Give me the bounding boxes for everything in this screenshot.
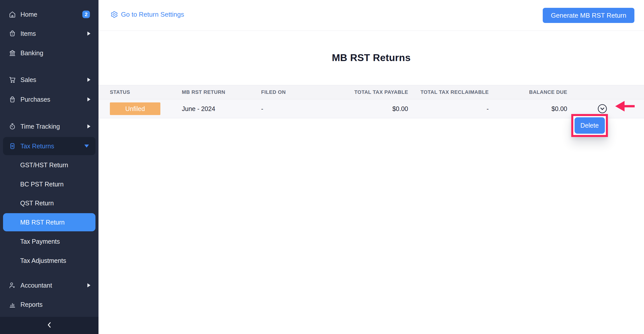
page-title: MB RST Returns (98, 52, 644, 63)
sidebar-subitem-mb-rst-return-selected[interactable]: MB RST Return (3, 213, 95, 231)
reports-bar-chart-icon (9, 301, 16, 308)
header-status: STATUS (110, 89, 182, 95)
status-badge-unfiled: Unfiled (110, 102, 160, 115)
sidebar-collapse-button[interactable] (0, 317, 98, 334)
chevron-right-icon (87, 32, 90, 36)
sidebar-item-sales[interactable]: Sales (0, 73, 98, 87)
topbar: Go to Return Settings Generate MB RST Re… (98, 0, 644, 31)
home-notification-badge: 2 (82, 11, 90, 18)
sidebar: Home 2 Items Banking Sales Purchases Tim… (0, 0, 98, 334)
sidebar-subitem-bc-pst-return[interactable]: BC PST Return (0, 177, 98, 191)
header-filed-on: FILED ON (261, 89, 326, 95)
sidebar-item-accountant[interactable]: Accountant (0, 278, 98, 292)
chevron-right-icon (87, 124, 90, 128)
table-header-row: STATUS MB RST RETURN FILED ON TOTAL TAX … (98, 85, 644, 99)
sidebar-item-label: Home (20, 11, 37, 18)
chevron-right-icon (87, 97, 90, 101)
cell-filed-on: - (261, 105, 326, 113)
sidebar-item-label: Purchases (20, 96, 50, 103)
items-icon (9, 30, 16, 37)
row-actions-chevron-button[interactable] (597, 103, 608, 114)
table-row[interactable]: Unfiled June - 2024 - $0.00 - $0.00 (98, 99, 644, 118)
cell-total-tax-payable: $0.00 (326, 105, 408, 113)
sidebar-item-label: Tax Returns (20, 143, 54, 150)
chevron-right-icon (87, 283, 90, 287)
returns-table: STATUS MB RST RETURN FILED ON TOTAL TAX … (98, 85, 644, 118)
header-total-tax-payable: TOTAL TAX PAYABLE (326, 89, 408, 95)
sidebar-item-label: Accountant (20, 282, 52, 289)
sidebar-item-label: Time Tracking (20, 123, 60, 130)
banking-icon (9, 49, 16, 57)
chevron-down-icon (84, 145, 89, 148)
sidebar-subitem-label: GST/HST Return (20, 161, 68, 169)
sidebar-item-reports[interactable]: Reports (0, 297, 98, 312)
delete-button[interactable]: Delete (575, 117, 605, 134)
annotation-arrow-left-icon (615, 100, 635, 112)
cell-return-period: June - 2024 (182, 105, 261, 113)
sidebar-item-banking[interactable]: Banking (0, 46, 98, 60)
sidebar-item-label: Items (20, 30, 36, 37)
sidebar-subitem-label: QST Return (20, 200, 54, 207)
header-balance-due: BALANCE DUE (489, 89, 567, 95)
sidebar-item-label: Banking (20, 49, 43, 57)
generate-mb-rst-return-button[interactable]: Generate MB RST Return (543, 8, 634, 23)
header-total-tax-reclaimable: TOTAL TAX RECLAIMABLE (408, 89, 489, 95)
cell-balance-due: $0.00 (489, 105, 567, 113)
accountant-person-icon (9, 282, 16, 289)
sidebar-subitem-label: MB RST Return (20, 219, 65, 226)
sidebar-subitem-tax-adjustments[interactable]: Tax Adjustments (0, 254, 98, 268)
header-mb-rst-return: MB RST RETURN (182, 89, 261, 95)
go-to-return-settings-link[interactable]: Go to Return Settings (110, 11, 184, 18)
sales-cart-icon (9, 76, 16, 84)
cell-total-tax-reclaimable: - (408, 105, 489, 113)
time-tracking-stopwatch-icon (9, 123, 16, 130)
sidebar-subitem-qst-return[interactable]: QST Return (0, 196, 98, 210)
gear-icon (110, 11, 118, 18)
main-content: Go to Return Settings Generate MB RST Re… (98, 0, 644, 334)
sidebar-item-label: Reports (20, 301, 43, 308)
chevron-right-icon (87, 78, 90, 82)
row-actions-menu-annotation-box: Delete (571, 114, 608, 137)
sidebar-item-home[interactable]: Home 2 (0, 7, 98, 21)
sidebar-subitem-label: Tax Adjustments (20, 257, 66, 264)
sidebar-item-purchases[interactable]: Purchases (0, 92, 98, 106)
settings-link-label: Go to Return Settings (121, 11, 184, 18)
sidebar-subitem-gst-hst-return[interactable]: GST/HST Return (0, 158, 98, 172)
sidebar-item-time-tracking[interactable]: Time Tracking (0, 119, 98, 133)
sidebar-subitem-label: Tax Payments (20, 238, 60, 245)
sidebar-item-label: Sales (20, 76, 36, 84)
sidebar-item-tax-returns[interactable]: Tax Returns (3, 137, 95, 155)
tax-returns-percent-icon (9, 142, 16, 150)
home-icon (9, 11, 16, 18)
sidebar-subitem-tax-payments[interactable]: Tax Payments (0, 234, 98, 248)
sidebar-item-items[interactable]: Items (0, 26, 98, 41)
collapse-chevron-left-icon (46, 321, 52, 330)
sidebar-subitem-label: BC PST Return (20, 181, 64, 188)
purchases-bag-icon (9, 96, 16, 103)
